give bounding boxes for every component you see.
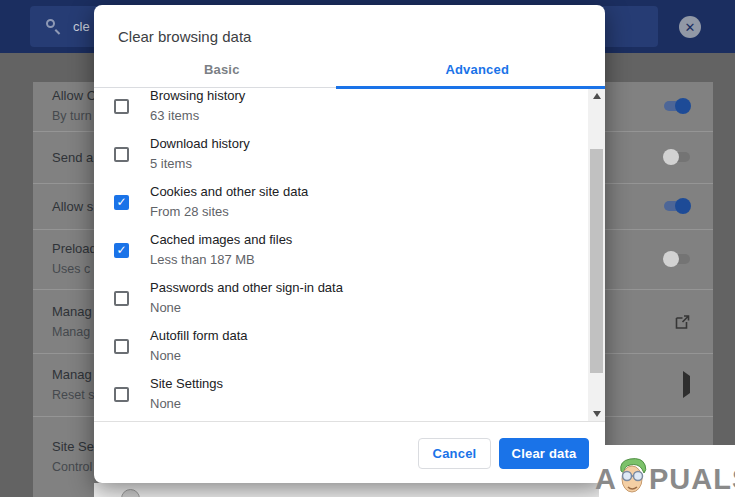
clear-data-button[interactable]: Clear data	[499, 438, 589, 469]
option-detail: None	[150, 346, 248, 366]
dialog-footer: Cancel Clear data	[94, 421, 605, 483]
checkbox-unchecked-icon[interactable]	[114, 387, 129, 402]
option-detail: 63 items	[150, 106, 245, 126]
clear-data-options-list: Browsing history63 itemsDownload history…	[94, 89, 605, 421]
cancel-button[interactable]: Cancel	[418, 438, 491, 469]
clear-data-option-download-history[interactable]: Download history5 items	[94, 130, 605, 178]
option-detail: From 28 sites	[150, 202, 308, 222]
option-label: Passwords and other sign-in data	[150, 278, 343, 298]
dialog-title: Clear browsing data	[118, 28, 605, 45]
option-label: Site Settings	[150, 374, 223, 394]
option-label: Cached images and files	[150, 230, 292, 250]
external-link-icon[interactable]	[675, 314, 690, 329]
checkbox-checked-icon[interactable]: ✓	[114, 195, 129, 210]
option-label: Download history	[150, 134, 250, 154]
option-label: Cookies and other site data	[150, 182, 308, 202]
toggle-on-icon[interactable]	[664, 101, 690, 111]
scrollbar-thumb[interactable]	[590, 149, 603, 373]
scroll-down-icon[interactable]	[588, 407, 605, 421]
option-label: Autofill form data	[150, 326, 248, 346]
option-detail: None	[150, 298, 343, 318]
clear-data-option-cached-images-and-files[interactable]: ✓Cached images and filesLess than 187 MB	[94, 226, 605, 274]
toggle-on-icon[interactable]	[664, 201, 690, 211]
option-label: Browsing history	[150, 89, 245, 106]
toggle-off-icon[interactable]	[664, 152, 690, 162]
search-icon	[46, 19, 61, 34]
checkbox-unchecked-icon[interactable]	[114, 99, 129, 114]
checkbox-unchecked-icon[interactable]	[114, 339, 129, 354]
clear-data-option-passwords-and-other-sign-in-data[interactable]: Passwords and other sign-in dataNone	[94, 274, 605, 322]
watermark-letters-puals: PUALS	[649, 461, 735, 497]
screen: Allow CBy turnSend aAllow sPreloadUses c…	[0, 0, 735, 497]
option-detail: Less than 187 MB	[150, 250, 292, 270]
option-detail: None	[150, 394, 223, 414]
clear-browsing-data-dialog: Clear browsing data Basic Advanced Brows…	[94, 5, 605, 483]
close-search-icon[interactable]: ✕	[679, 16, 701, 38]
checkbox-checked-icon[interactable]: ✓	[114, 243, 129, 258]
option-detail: 5 items	[150, 154, 250, 174]
clear-data-option-autofill-form-data[interactable]: Autofill form dataNone	[94, 322, 605, 370]
watermark-letter-a: A	[595, 461, 617, 497]
dialog-tabs: Basic Advanced	[94, 52, 605, 88]
chevron-right-icon[interactable]	[683, 371, 690, 398]
scroll-up-icon[interactable]	[588, 89, 605, 103]
checkbox-unchecked-icon[interactable]	[114, 291, 129, 306]
appuals-mascot-icon	[618, 457, 648, 497]
checkbox-unchecked-icon[interactable]	[114, 147, 129, 162]
search-query: cle	[73, 19, 90, 34]
clear-data-option-browsing-history[interactable]: Browsing history63 items	[94, 89, 605, 130]
toggle-off-icon[interactable]	[664, 254, 690, 264]
dialog-scrollbar[interactable]	[588, 89, 605, 421]
clear-data-option-cookies-and-other-site-data[interactable]: ✓Cookies and other site dataFrom 28 site…	[94, 178, 605, 226]
appuals-watermark: A PUALS	[595, 455, 735, 497]
tab-advanced[interactable]: Advanced	[350, 52, 606, 87]
tab-basic[interactable]: Basic	[94, 52, 350, 87]
clear-data-option-site-settings[interactable]: Site SettingsNone	[94, 370, 605, 418]
